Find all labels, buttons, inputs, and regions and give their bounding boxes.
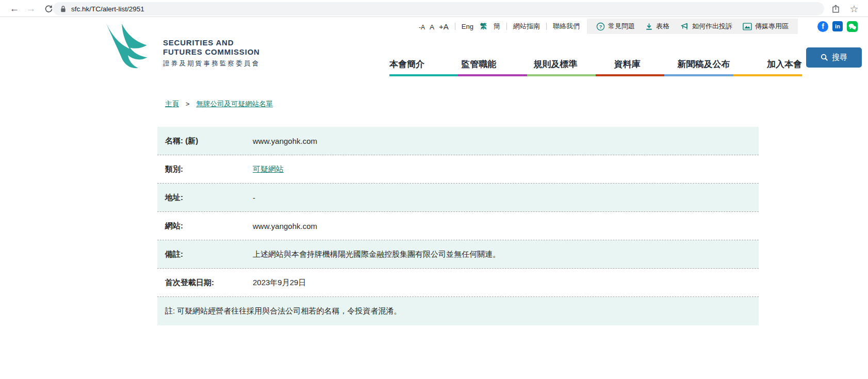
divider <box>506 23 507 30</box>
table-row-address: 地址: - <box>157 184 759 212</box>
language-switcher: Eng 繁 簡 <box>462 22 500 31</box>
question-circle-icon: ? <box>596 22 605 31</box>
nav-color-underline <box>389 74 802 76</box>
row-label: 備註: <box>157 250 253 259</box>
site-guide-link[interactable]: 網站指南 <box>513 22 540 31</box>
table-row-website: 網站: www.yangohk.com <box>157 212 759 240</box>
breadcrumb-home-link[interactable]: 主頁 <box>165 100 179 108</box>
search-button[interactable]: 搜尋 <box>806 47 862 68</box>
search-icon <box>821 54 828 61</box>
complaint-link[interactable]: 如何作出投訴 <box>680 22 732 31</box>
row-value: www.yangohk.com <box>253 222 317 230</box>
star-icon: ☆ <box>849 3 858 15</box>
underline-segment <box>664 74 733 76</box>
table-row-note: 註: 可疑網站經營者往往採用與合法公司相若的名稱，令投資者混淆。 <box>157 297 759 325</box>
quick-links-box: ? 常見問題 表格 如何作出投訴 傳媒專用區 <box>587 19 798 34</box>
nav-join-us[interactable]: 加入本會 <box>767 58 802 70</box>
megaphone-icon <box>680 22 689 31</box>
row-label: 名稱: (新) <box>157 136 253 146</box>
underline-segment <box>389 74 458 76</box>
main-navigation: 本會簡介 監管職能 規則及標準 資料庫 新聞稿及公布 加入本會 <box>389 54 802 74</box>
faq-link[interactable]: ? 常見問題 <box>596 22 635 31</box>
sfc-logo-text: SECURITIES AND FUTURES COMMISSION 證券及期貨事… <box>163 22 260 70</box>
underline-segment <box>527 74 596 76</box>
media-icon <box>743 23 752 30</box>
breadcrumb-separator: > <box>186 100 190 108</box>
address-bar[interactable]: sfc.hk/TC/alert-list/2951 <box>53 2 824 15</box>
font-size-controls: -A A +A <box>419 22 449 31</box>
social-links: f in <box>817 21 858 32</box>
underline-segment <box>733 74 802 76</box>
media-corner-link[interactable]: 傳媒專用區 <box>743 22 789 31</box>
search-button-label: 搜尋 <box>832 53 847 62</box>
row-label: 地址: <box>157 193 253 203</box>
share-button[interactable] <box>829 3 842 15</box>
contact-us-link[interactable]: 聯絡我們 <box>553 22 580 31</box>
url-text: sfc.hk/TC/alert-list/2951 <box>71 5 144 13</box>
refresh-icon <box>44 5 53 13</box>
utility-bar: -A A +A Eng 繁 簡 網站指南 聯絡我們 ? 常見問題 表格 如何作出… <box>419 19 858 34</box>
browser-toolbar: ← → sfc.hk/TC/alert-list/2951 ☆ <box>0 0 868 17</box>
row-value: - <box>253 193 255 202</box>
divider <box>546 23 547 30</box>
divider <box>455 23 455 30</box>
lang-traditional-chinese[interactable]: 繁 <box>480 22 487 31</box>
nav-regulatory-functions[interactable]: 監管職能 <box>462 58 497 70</box>
nav-about[interactable]: 本會簡介 <box>389 58 424 70</box>
facebook-icon[interactable]: f <box>817 21 828 32</box>
table-row-remarks: 備註: 上述網站與本會持牌機構陽光國際金融控股集團有限公司並無任何關連。 <box>157 240 759 269</box>
nav-database[interactable]: 資料庫 <box>614 58 641 70</box>
faq-label: 常見問題 <box>608 22 635 31</box>
logo-name-chinese: 證券及期貨事務監察委員會 <box>163 59 260 68</box>
back-icon: ← <box>10 3 20 14</box>
font-larger-button[interactable]: +A <box>439 22 449 31</box>
breadcrumb-alert-list-link[interactable]: 無牌公司及可疑網站名單 <box>196 100 273 108</box>
sfc-eagle-icon <box>102 22 160 70</box>
row-value: 2023年9月29日 <box>253 278 306 288</box>
lock-icon <box>60 5 66 12</box>
logo-name-line2: FUTURES COMMISSION <box>163 47 260 57</box>
note-text: 註: 可疑網站經營者往往採用與合法公司相若的名稱，令投資者混淆。 <box>157 306 401 316</box>
table-row-name: 名稱: (新) www.yangohk.com <box>157 127 759 155</box>
linkedin-icon[interactable]: in <box>832 21 843 31</box>
complaint-label: 如何作出投訴 <box>692 22 732 31</box>
nav-news-announcements[interactable]: 新聞稿及公布 <box>677 58 730 70</box>
download-icon <box>645 23 653 30</box>
breadcrumb: 主頁 > 無牌公司及可疑網站名單 <box>165 100 273 109</box>
forms-label: 表格 <box>656 22 669 31</box>
table-row-category: 類別: 可疑網站 <box>157 155 759 184</box>
sfc-logo[interactable]: SECURITIES AND FUTURES COMMISSION 證券及期貨事… <box>102 22 260 70</box>
font-normal-button[interactable]: A <box>430 23 434 31</box>
row-value: 上述網站與本會持牌機構陽光國際金融控股集團有限公司並無任何關連。 <box>253 250 500 259</box>
forward-icon: → <box>26 3 36 14</box>
svg-text:?: ? <box>599 24 602 29</box>
table-row-first-posted-date: 首次登載日期: 2023年9月29日 <box>157 269 759 297</box>
share-icon <box>831 4 841 14</box>
row-label: 首次登載日期: <box>157 278 253 288</box>
browser-back-button[interactable]: ← <box>7 2 22 16</box>
lang-eng[interactable]: Eng <box>462 23 473 30</box>
wechat-icon[interactable] <box>847 21 858 32</box>
row-value: www.yangohk.com <box>253 137 317 145</box>
bookmark-star-button[interactable]: ☆ <box>848 3 860 15</box>
alert-detail-table: 名稱: (新) www.yangohk.com 類別: 可疑網站 地址: - 網… <box>157 127 759 325</box>
nav-rules-standards[interactable]: 規則及標準 <box>533 58 577 70</box>
lang-simplified-chinese[interactable]: 簡 <box>494 22 500 31</box>
suspicious-website-link[interactable]: 可疑網站 <box>253 164 284 174</box>
row-label: 類別: <box>157 164 253 174</box>
forms-link[interactable]: 表格 <box>645 22 669 31</box>
underline-segment <box>596 74 664 76</box>
media-corner-label: 傳媒專用區 <box>755 22 789 31</box>
font-smaller-button[interactable]: -A <box>419 24 425 31</box>
row-label: 網站: <box>157 221 253 231</box>
browser-forward-button[interactable]: → <box>24 2 38 16</box>
underline-segment <box>458 74 527 76</box>
logo-name-line1: SECURITIES AND <box>163 38 260 47</box>
